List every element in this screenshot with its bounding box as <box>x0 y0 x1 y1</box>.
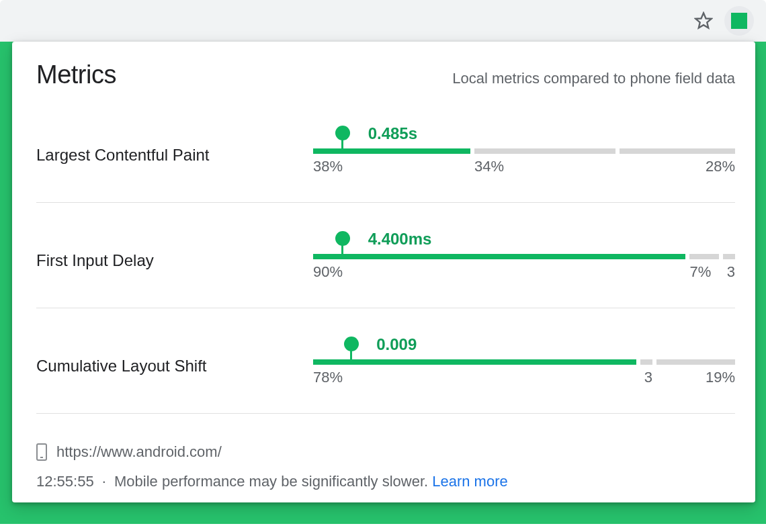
segment-poor <box>656 359 735 365</box>
panel-subtitle: Local metrics compared to phone field da… <box>452 70 735 87</box>
metric-value: 0.485s <box>368 124 417 143</box>
url-row: https://www.android.com/ <box>36 443 735 461</box>
marker-stick-icon <box>341 245 343 259</box>
extension-button[interactable] <box>724 6 754 36</box>
local-value-marker <box>335 231 350 259</box>
metric-label: Cumulative Layout Shift <box>36 338 313 375</box>
segment-label: 34% <box>474 158 615 175</box>
page-url: https://www.android.com/ <box>56 443 222 461</box>
panel-header: Metrics Local metrics compared to phone … <box>36 60 735 89</box>
marker-dot-icon <box>344 337 359 351</box>
segment-label: 90% <box>313 263 685 281</box>
segment-labels: 90% 7% 3 <box>313 263 735 281</box>
segment-label: 19% <box>656 369 735 386</box>
segment-labels: 78% 3 19% <box>313 369 735 386</box>
segment-needs-improvement <box>474 148 615 154</box>
metric-value: 0.009 <box>376 335 417 354</box>
metric-chart: 0.485s 38% 34% 28% <box>313 127 735 175</box>
panel-footer: https://www.android.com/ 12:55:55 · Mobi… <box>36 443 735 490</box>
local-value-marker <box>344 337 359 365</box>
segment-poor <box>620 148 735 154</box>
metric-row-fid: First Input Delay 4.400ms 90% 7% 3 <box>36 232 735 308</box>
status-row: 12:55:55 · Mobile performance may be sig… <box>36 473 735 490</box>
metric-chart: 0.009 78% 3 19% <box>313 338 735 386</box>
marker-stick-icon <box>350 350 352 365</box>
segment-labels: 38% 34% 28% <box>313 158 735 175</box>
phone-icon <box>36 443 47 461</box>
distribution-bar <box>313 254 735 259</box>
local-value-marker <box>335 126 350 154</box>
marker-dot-icon <box>335 126 350 140</box>
metric-chart: 4.400ms 90% 7% 3 <box>313 232 735 281</box>
marker-stick-icon <box>341 139 343 154</box>
status-note: Mobile performance may be significantly … <box>114 473 428 490</box>
web-vitals-popup: Metrics Local metrics compared to phone … <box>12 42 755 502</box>
metric-row-cls: Cumulative Layout Shift 0.009 78% 3 19% <box>36 338 735 414</box>
svg-marker-0 <box>695 13 711 28</box>
separator-dot: · <box>102 473 106 490</box>
metric-value: 4.400ms <box>368 230 432 249</box>
segment-needs-improvement <box>689 254 718 259</box>
metric-row-lcp: Largest Contentful Paint 0.485s 38% 34% … <box>36 127 735 203</box>
segment-label: 3 <box>640 369 652 386</box>
segment-label: 38% <box>313 158 470 175</box>
metric-label: First Input Delay <box>36 232 313 270</box>
metric-label: Largest Contentful Paint <box>36 127 313 165</box>
segment-poor <box>723 254 735 259</box>
distribution-bar <box>313 359 735 365</box>
segment-label: 78% <box>313 369 636 386</box>
segment-good <box>313 254 685 259</box>
segment-good <box>313 359 636 365</box>
timestamp: 12:55:55 <box>36 473 94 490</box>
segment-label: 28% <box>620 158 735 175</box>
segment-label: 3 <box>723 263 735 281</box>
distribution-bar <box>313 148 735 154</box>
segment-label: 7% <box>689 263 718 281</box>
marker-dot-icon <box>335 231 350 246</box>
web-vitals-extension-icon <box>731 13 747 29</box>
bookmark-star-icon[interactable] <box>693 11 714 31</box>
panel-title: Metrics <box>36 60 116 89</box>
learn-more-link[interactable]: Learn more <box>432 473 508 490</box>
browser-toolbar <box>0 0 766 42</box>
segment-needs-improvement <box>640 359 652 365</box>
